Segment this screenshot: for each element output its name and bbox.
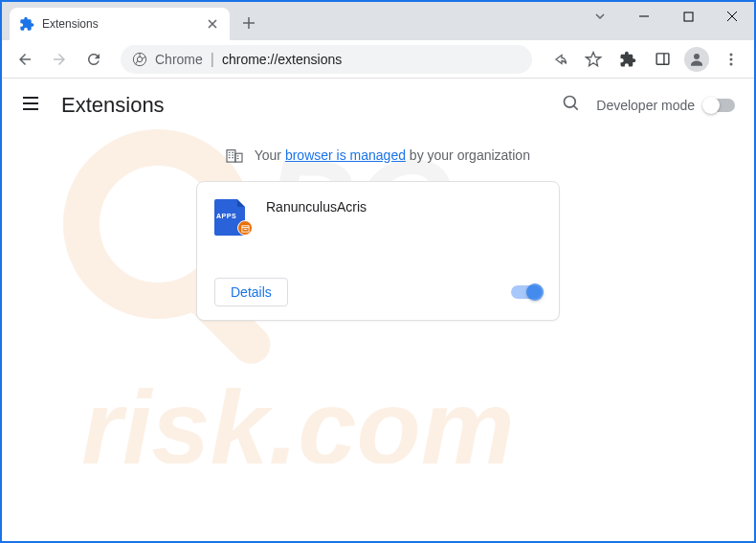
close-tab-icon[interactable]	[205, 16, 220, 32]
minimize-button[interactable]	[622, 2, 666, 31]
url-prefix: Chrome	[155, 52, 203, 67]
tab-title: Extensions	[42, 17, 205, 31]
details-button[interactable]: Details	[214, 278, 288, 306]
back-button[interactable]	[10, 44, 40, 75]
extensions-icon[interactable]	[612, 44, 643, 75]
reload-button[interactable]	[78, 44, 109, 75]
svg-point-12	[730, 62, 733, 65]
extension-icon: APPS	[214, 199, 249, 234]
hamburger-menu-icon[interactable]	[21, 94, 44, 117]
window-titlebar: Extensions	[2, 2, 754, 40]
url-separator: |	[211, 51, 214, 68]
extension-badge-icon	[237, 220, 253, 236]
extensions-header: Extensions Developer mode	[2, 79, 754, 132]
extensions-list: APPS RanunculusAcris Details	[2, 181, 754, 321]
svg-point-9	[694, 54, 700, 59]
forward-button[interactable]	[44, 44, 75, 75]
svg-line-14	[574, 106, 578, 110]
extension-card: APPS RanunculusAcris Details	[196, 181, 560, 321]
chrome-icon	[132, 52, 147, 67]
extension-name: RanunculusAcris	[266, 199, 367, 268]
developer-mode-toggle[interactable]	[704, 99, 735, 112]
profile-avatar[interactable]	[681, 44, 712, 75]
maximize-button[interactable]	[666, 2, 710, 31]
close-window-button[interactable]	[710, 2, 754, 31]
page-title: Extensions	[61, 93, 562, 118]
extension-enable-toggle[interactable]	[511, 285, 542, 299]
search-icon[interactable]	[562, 94, 581, 117]
developer-mode-label: Developer mode	[596, 98, 695, 113]
new-tab-button[interactable]	[235, 10, 262, 36]
svg-rect-15	[227, 150, 235, 162]
extension-icon-label: APPS	[216, 213, 236, 219]
url-path: chrome://extensions	[222, 52, 342, 67]
browser-tab[interactable]: Extensions	[10, 8, 230, 40]
building-icon	[226, 147, 243, 166]
managed-banner: Your browser is managed by your organiza…	[2, 132, 754, 181]
share-icon[interactable]	[544, 44, 574, 75]
svg-point-11	[730, 57, 733, 60]
svg-rect-16	[235, 153, 242, 162]
star-icon[interactable]	[578, 44, 609, 75]
chevron-down-icon[interactable]	[578, 2, 622, 31]
sidepanel-icon[interactable]	[647, 44, 678, 75]
svg-rect-4	[684, 12, 693, 21]
browser-toolbar: Chrome | chrome://extensions	[2, 40, 754, 79]
menu-icon[interactable]	[716, 44, 746, 75]
svg-point-13	[565, 97, 576, 108]
banner-prefix: Your	[255, 147, 285, 163]
extension-puzzle-icon	[19, 16, 34, 32]
svg-text:risk.com: risk.com	[81, 368, 514, 464]
banner-suffix: by your organization	[406, 147, 530, 163]
svg-rect-7	[656, 54, 669, 64]
address-bar[interactable]: Chrome | chrome://extensions	[121, 45, 532, 74]
svg-point-10	[730, 53, 733, 56]
window-controls	[578, 2, 754, 31]
browser-managed-link[interactable]: browser is managed	[285, 147, 406, 163]
